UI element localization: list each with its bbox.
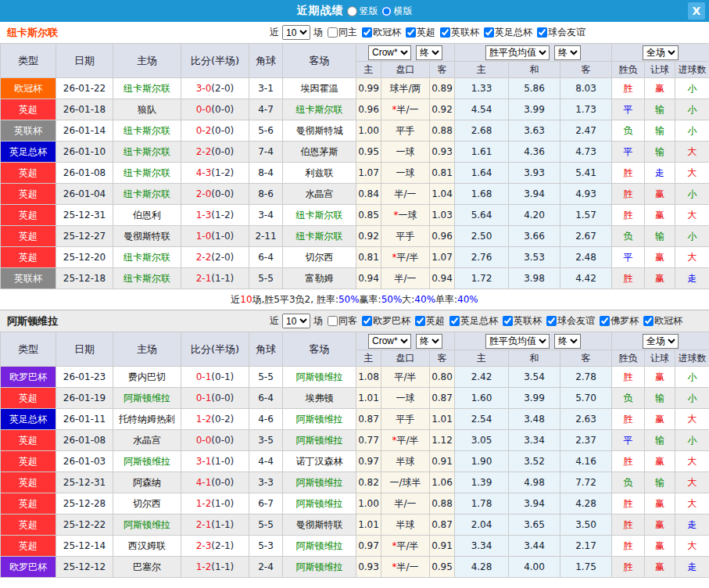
cell-corners: 6-7: [249, 493, 283, 514]
summary-segment: 10: [240, 294, 252, 305]
handicap-star: *: [392, 561, 396, 572]
handicap-star: *: [392, 540, 396, 551]
cell-corners: 2-4: [249, 557, 283, 578]
cell-mean-1: 3.66: [509, 226, 560, 247]
cell-away-odds: 1.01: [430, 409, 455, 430]
league-checkbox-input-6[interactable]: [643, 316, 653, 326]
odds-dropdown-1-0[interactable]: 胜平负均值: [485, 334, 550, 349]
odds-dropdown-0-1[interactable]: 终: [416, 45, 442, 60]
cell-result-2: 大: [675, 472, 709, 493]
matches-table: 类型日期主场比分(半场)角球客场Crow*终胜平负均值终全场主盘口客主和客胜负让…: [0, 43, 709, 289]
titlebar: 近期战绩 竖版 横版 X: [0, 0, 709, 22]
league-checkbox-6[interactable]: 欧冠杯: [640, 314, 682, 328]
cell-mean-2: 4.16: [560, 451, 612, 472]
league-checkbox-input-3[interactable]: [484, 27, 494, 38]
vertical-radio-label: 竖版: [360, 5, 378, 18]
cell-result-1: 输: [645, 430, 675, 451]
match-count-select[interactable]: 10: [282, 314, 310, 328]
cell-mean-2: 2.78: [560, 367, 612, 388]
same-venue-checkbox[interactable]: 同客: [324, 314, 357, 328]
league-checkbox-input-1[interactable]: [415, 316, 425, 326]
cell-mean-1: 4.20: [509, 205, 560, 226]
cell-corners: 6-4: [249, 247, 283, 268]
same-venue-checkbox-input[interactable]: [328, 27, 338, 38]
layout-radio-vertical[interactable]: 竖版: [347, 5, 378, 18]
league-checkbox-0[interactable]: 欧罗巴杯: [359, 314, 410, 328]
league-checkbox-input-1[interactable]: [406, 27, 416, 38]
cell-date: 26-01-23: [56, 367, 113, 388]
sub-header-0: 主: [356, 350, 381, 367]
odds-dropdown-0-1[interactable]: 终: [416, 334, 442, 349]
league-checkbox-2[interactable]: 英联杯: [437, 26, 479, 39]
cell-away-odds: 0.96: [430, 226, 455, 247]
odds-dropdown-0-0[interactable]: Crow*: [368, 334, 411, 349]
league-checkbox-1[interactable]: 英超: [412, 314, 445, 328]
cell-result-1: 输: [645, 99, 675, 120]
league-checkbox-input-2[interactable]: [449, 316, 460, 326]
team-name: 阿斯顿维拉: [7, 314, 58, 328]
cell-away-odds: 1.06: [430, 472, 455, 493]
vertical-radio-input[interactable]: [347, 6, 357, 16]
cell-home-team: 阿斯顿维拉: [113, 514, 181, 536]
table-row: 英超25-12-31阿森纳4-1(0-0)3-3阿斯顿维拉0.82一/球半1.0…: [1, 472, 709, 493]
fulltime-score: 0-1: [196, 371, 212, 382]
sub-header-8: 进球数: [675, 350, 709, 367]
cell-date: 26-01-10: [56, 142, 113, 163]
cell-handicap: 平手: [381, 409, 430, 430]
close-icon[interactable]: X: [688, 2, 705, 20]
cell-result-2: 小: [675, 226, 709, 247]
cell-away-odds: 0.80: [430, 367, 455, 388]
horizontal-radio-input[interactable]: [381, 6, 392, 16]
league-checkbox-5[interactable]: 佛罗杯: [596, 314, 639, 328]
league-checkbox-3[interactable]: 英联杯: [500, 314, 542, 328]
league-checkbox-input-5[interactable]: [600, 316, 610, 326]
league-checkbox-1[interactable]: 英超: [403, 26, 435, 39]
cell-away-team: 富勒姆: [283, 268, 356, 289]
odds-dropdown-1-1[interactable]: 终: [554, 334, 581, 349]
table-row: 英超25-12-22阿斯顿维拉2-1(1-1)5-5曼彻斯特联1.01半球0.8…: [1, 514, 709, 536]
cell-result-1: 输: [645, 142, 675, 163]
cell-away-team: 纽卡斯尔联: [283, 99, 356, 120]
cell-away-odds: 0.87: [430, 514, 455, 536]
cell-score: 1-2(1-1): [181, 557, 249, 578]
league-checkbox-input-2[interactable]: [440, 27, 450, 38]
cell-result-1: 赢: [645, 536, 675, 557]
league-checkbox-input-3[interactable]: [503, 316, 513, 326]
odds-dropdown-1-0[interactable]: 胜平负均值: [485, 45, 550, 60]
cell-result-0: 胜: [612, 493, 645, 514]
cell-away-odds: 0.91: [430, 451, 455, 472]
odds-dropdown-2-0[interactable]: 全场: [643, 334, 679, 349]
odds-dropdown-2-0[interactable]: 全场: [643, 45, 679, 60]
cell-mean-1: 4.36: [509, 142, 560, 163]
sub-header-3: 主: [455, 62, 509, 78]
same-venue-checkbox[interactable]: 同主: [324, 26, 357, 39]
cell-result-2: 走: [675, 268, 709, 289]
odds-dropdown-0-0[interactable]: Crow*: [368, 45, 411, 60]
cell-date: 26-01-03: [56, 451, 113, 472]
league-checkbox-0[interactable]: 欧冠杯: [359, 26, 401, 39]
layout-radio-horizontal[interactable]: 横版: [381, 5, 413, 18]
league-checkbox-input-0[interactable]: [362, 27, 372, 38]
league-checkbox-input-4[interactable]: [537, 27, 547, 38]
cell-result-0: 胜: [612, 163, 645, 184]
cell-corners: 3-3: [249, 472, 283, 493]
league-checkbox-3[interactable]: 英足总杯: [481, 26, 532, 39]
sub-header-4: 和: [509, 350, 560, 367]
league-checkbox-input-4[interactable]: [546, 316, 557, 326]
summary-segment: 单率:: [435, 293, 457, 307]
odds-dropdown-1-1[interactable]: 终: [554, 45, 581, 60]
cell-corners: 8-4: [249, 163, 283, 184]
same-venue-checkbox-input[interactable]: [328, 316, 338, 326]
cell-result-2: 大: [675, 536, 709, 557]
cell-home-odds: 0.96: [356, 99, 381, 120]
match-count-select[interactable]: 10: [282, 25, 310, 40]
league-checkbox-input-0[interactable]: [362, 316, 372, 326]
league-checkbox-4[interactable]: 球会友谊: [543, 314, 595, 328]
league-checkbox-2[interactable]: 英足总杯: [446, 314, 498, 328]
league-checkbox-4[interactable]: 球会友谊: [534, 26, 585, 39]
table-row: 英超25-12-31伯恩利1-3(1-2)3-4纽卡斯尔联0.85*一球1.03…: [1, 205, 709, 226]
cell-away-team: 阿斯顿维拉: [283, 536, 356, 557]
cell-mean-2: 2.17: [560, 536, 612, 557]
cell-home-team: 曼彻斯特联: [113, 226, 181, 247]
table-row: 欧罗巴杯26-01-23费内巴切0-1(0-1)5-5阿斯顿维拉1.08平/半0…: [1, 367, 709, 388]
